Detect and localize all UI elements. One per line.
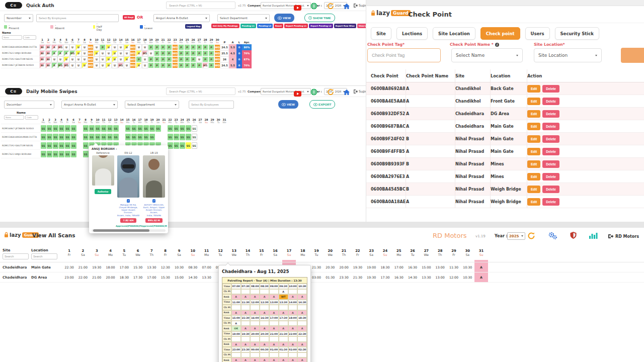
- swipe-cell[interactable]: SS: [40, 150, 46, 158]
- attendance-cell[interactable]: U: [136, 50, 142, 56]
- action-button[interactable]: View Log: [357, 24, 366, 28]
- scan-cell[interactable]: 15:00: [420, 262, 433, 272]
- swipe-cell[interactable]: SS: [155, 124, 161, 133]
- checkpoint-tag-input[interactable]: [367, 48, 441, 62]
- tab-users[interactable]: Users: [525, 27, 550, 40]
- attendance-cell[interactable]: P: [202, 44, 208, 50]
- attendance-cell[interactable]: P: [166, 50, 172, 56]
- attendance-cell[interactable]: P: [100, 44, 106, 50]
- delete-button[interactable]: Delete: [542, 98, 559, 105]
- attendance-cell[interactable]: P: [178, 44, 184, 50]
- tab-security-stick[interactable]: Security Stick: [555, 27, 599, 40]
- edit-button[interactable]: Edit: [527, 198, 540, 206]
- scan-cell[interactable]: 17:00: [392, 262, 406, 272]
- swipe-cell[interactable]: SS: [185, 133, 191, 141]
- edit-button[interactable]: Edit: [527, 135, 540, 143]
- globe-icon[interactable]: [310, 2, 317, 12]
- swipe-cell[interactable]: SS: [83, 150, 89, 158]
- legend-map-button[interactable]: Legend Map: [185, 24, 202, 29]
- scan-cell[interactable]: 12:30: [158, 262, 172, 272]
- swipe-cell[interactable]: SS: [179, 124, 185, 133]
- swipe-cell[interactable]: SS: [125, 133, 131, 141]
- attendance-cell[interactable]: WO: [214, 44, 220, 50]
- company-select[interactable]: Ramlal Durgadutt Motors Pvt Ltd.: [261, 88, 311, 95]
- attendance-cell[interactable]: P: [196, 50, 202, 56]
- approve-checkbox[interactable]: ✓: [127, 199, 130, 203]
- edit-button[interactable]: Edit: [527, 186, 540, 193]
- attendance-cell[interactable]: U: [94, 50, 100, 56]
- attendance-cell[interactable]: P: [166, 44, 172, 50]
- attendance-cell[interactable]: U: [82, 56, 88, 62]
- scan-cell[interactable]: 15:00: [172, 273, 186, 282]
- swipe-cell[interactable]: SS: [70, 133, 76, 141]
- scan-cell[interactable]: 20:00: [337, 262, 351, 272]
- delete-button[interactable]: Delete: [542, 123, 559, 130]
- attendance-cell[interactable]: P: [208, 56, 214, 62]
- swipe-cell[interactable]: SS: [46, 124, 52, 133]
- attendance-cell[interactable]: U: [136, 62, 142, 68]
- attendance-cell[interactable]: WO: [88, 44, 94, 50]
- employees-input[interactable]: [36, 14, 119, 22]
- swipe-cell[interactable]: SS: [137, 124, 143, 133]
- site-search-input[interactable]: [3, 253, 29, 259]
- attendance-cell[interactable]: U: [118, 50, 124, 56]
- attendance-cell[interactable]: WO: [172, 50, 178, 56]
- month-select[interactable]: November: [4, 14, 33, 22]
- scan-cell[interactable]: 23:00: [62, 273, 76, 282]
- home-icon[interactable]: [343, 2, 350, 12]
- swipe-cell[interactable]: SS: [173, 133, 179, 141]
- swipe-cell[interactable]: SS: [70, 141, 76, 150]
- attendance-cell[interactable]: P: [154, 62, 160, 68]
- attendance-cell[interactable]: U: [75, 44, 82, 50]
- page-search-input[interactable]: [166, 87, 235, 95]
- attendance-cell[interactable]: P: [148, 56, 154, 62]
- swipe-cell[interactable]: SS: [64, 133, 70, 141]
- scan-cell[interactable]: 19:00: [365, 262, 378, 272]
- attendance-cell[interactable]: U: [148, 50, 154, 56]
- scan-cell[interactable]: 13:30: [145, 262, 158, 272]
- attendance-cell[interactable]: U: [106, 50, 112, 56]
- attendance-cell[interactable]: U: [142, 44, 148, 50]
- attendance-cell[interactable]: P: [190, 62, 196, 68]
- attendance-cell[interactable]: P: [208, 62, 214, 68]
- action-button[interactable]: Pending L1: [240, 24, 256, 28]
- attendance-cell[interactable]: U: [100, 50, 106, 56]
- attendance-cell[interactable]: U: [124, 56, 130, 62]
- delete-button[interactable]: Delete: [542, 85, 559, 93]
- attendance-cell[interactable]: P: [154, 44, 160, 50]
- tab-check-point[interactable]: Check point: [480, 27, 520, 40]
- attendance-cell[interactable]: U: [124, 44, 130, 50]
- attendance-cell[interactable]: WO: [130, 56, 136, 62]
- swipe-cell[interactable]: SS: [131, 124, 137, 133]
- swipe-cell[interactable]: SS: [179, 133, 185, 141]
- attendance-cell[interactable]: P: [178, 56, 184, 62]
- attendance-cell[interactable]: U: [69, 62, 75, 68]
- swipe-cell[interactable]: SS: [131, 133, 137, 141]
- scan-cell[interactable]: 01:30: [324, 273, 337, 282]
- attendance-cell[interactable]: WO: [130, 62, 136, 68]
- attendance-cell[interactable]: P: [208, 44, 214, 50]
- action-button[interactable]: Pending L2: [257, 24, 273, 28]
- swipe-cell[interactable]: SS: [52, 150, 58, 158]
- attendance-cell[interactable]: U: [75, 50, 82, 56]
- swipe-cell[interactable]: SS: [46, 150, 52, 158]
- swipe-cell[interactable]: SS: [95, 133, 101, 141]
- swipe-cell[interactable]: SS: [149, 124, 155, 133]
- attendance-cell[interactable]: P: [184, 50, 190, 56]
- swipe-cell[interactable]: SS: [173, 141, 179, 150]
- attendance-cell[interactable]: A: [57, 50, 63, 56]
- swipe-cell[interactable]: SS: [113, 124, 119, 133]
- action-button[interactable]: Reset: [274, 24, 283, 28]
- swipe-cell[interactable]: SS: [52, 124, 58, 133]
- attendance-cell[interactable]: MS: [202, 62, 208, 68]
- attendance-cell[interactable]: U: [69, 56, 75, 62]
- swipe-cell[interactable]: SS: [83, 133, 89, 141]
- attendance-cell[interactable]: P: [154, 50, 160, 56]
- scan-cell[interactable]: 15:30: [158, 273, 172, 282]
- swipe-cell[interactable]: SS: [58, 124, 64, 133]
- attendance-cell[interactable]: U: [94, 62, 100, 68]
- attendance-cell[interactable]: U: [106, 62, 112, 68]
- attendance-cell[interactable]: P: [196, 62, 202, 68]
- attendance-cell[interactable]: WO: [214, 56, 220, 62]
- swipe-cell[interactable]: SS: [83, 124, 89, 133]
